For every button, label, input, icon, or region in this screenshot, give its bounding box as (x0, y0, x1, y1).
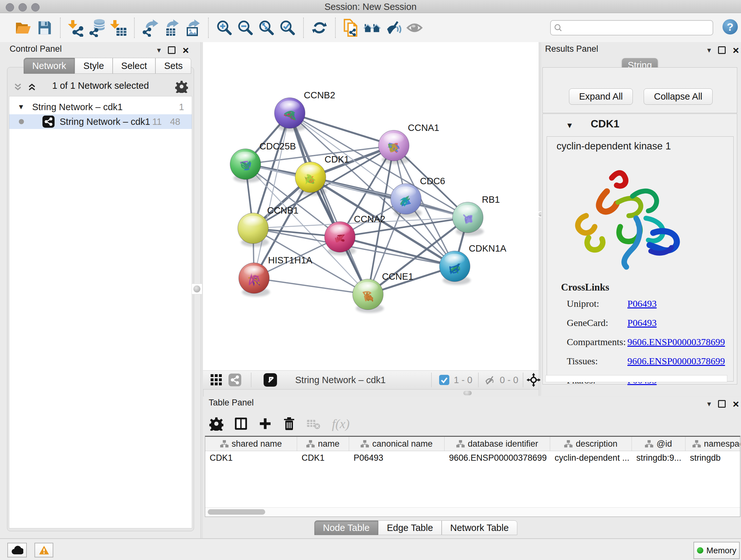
left-divider-handle[interactable] (192, 284, 202, 294)
network-node-CDK1[interactable] (295, 162, 327, 196)
network-node-CCNB2[interactable] (274, 98, 306, 132)
table-horizontal-scrollbar[interactable] (205, 507, 740, 516)
hidden-eye-slash-icon[interactable] (484, 374, 496, 386)
crosslink-link[interactable]: P06493 (627, 298, 657, 309)
table-cell[interactable]: CDK1 (297, 451, 349, 464)
network-collection-row[interactable]: ▼ String Network – cdk1 1 (9, 100, 192, 114)
zoom-out-button[interactable] (235, 17, 256, 38)
network-node-CCNB1[interactable] (238, 213, 269, 247)
open-session-button[interactable] (13, 17, 34, 38)
table-tab-network-table[interactable]: Network Table (442, 520, 517, 535)
search-input[interactable] (565, 22, 713, 34)
network-node-RB1[interactable] (453, 202, 484, 236)
column-header-description[interactable]: description (550, 437, 632, 451)
table-panel-maximize-button[interactable] (718, 400, 726, 408)
network-node-CCNE1[interactable] (353, 279, 384, 313)
network-edge-HIST1H1A-CCNE1[interactable] (254, 278, 368, 294)
results-panel-maximize-button[interactable] (718, 46, 726, 54)
table-cell[interactable]: 9606.ENSP00000378699 (445, 451, 550, 464)
network-node-CDKN1A[interactable] (440, 251, 471, 285)
results-panel-close-button[interactable]: × (733, 45, 739, 56)
control-tab-sets[interactable]: Sets (155, 58, 191, 74)
export-network-button[interactable] (140, 17, 161, 38)
table-cell[interactable]: stringdb (685, 451, 740, 464)
search-field[interactable] (550, 20, 713, 36)
table-cell[interactable]: P06493 (349, 451, 445, 464)
crosslink-link[interactable]: P06493 (627, 317, 657, 328)
network-graph[interactable]: CCNB2CCNA1CDC25BCDK1CDC6RB1CCNB1CCNA2CDK… (203, 42, 539, 370)
protein-expand-triangle[interactable]: ▼ (566, 121, 574, 130)
import-network-file-button[interactable] (66, 17, 87, 38)
control-panel-close-button[interactable]: × (183, 45, 189, 56)
network-node-CDC6[interactable] (391, 184, 422, 217)
string-document-button[interactable] (341, 17, 362, 38)
export-image-button[interactable] (182, 17, 203, 38)
crosslink-link[interactable]: 9606.ENSP00000378699 (627, 336, 725, 347)
network-edge-CCNB2-CCNE1[interactable] (290, 113, 368, 294)
help-button[interactable]: ? (723, 19, 738, 35)
collapse-all-button[interactable]: Collapse All (644, 88, 713, 105)
selected-checkbox-icon[interactable] (439, 375, 449, 385)
import-table-file-button[interactable] (108, 17, 129, 38)
refresh-view-button[interactable] (309, 17, 330, 38)
warnings-button[interactable] (35, 543, 53, 557)
hide-results-button[interactable] (383, 17, 404, 38)
results-panel-float-button[interactable]: ▾ (707, 46, 711, 54)
network-node-HIST1H1A[interactable] (239, 263, 270, 297)
control-tab-style[interactable]: Style (75, 58, 112, 74)
results-horizontal-scrollbar[interactable] (545, 375, 727, 382)
column-header-name[interactable]: name (297, 437, 349, 451)
reposition-crosshair-icon[interactable] (527, 373, 541, 387)
table-panel-float-button[interactable]: ▾ (707, 400, 711, 408)
column-header-canonical-name[interactable]: canonical name (349, 437, 445, 451)
export-table-button[interactable] (161, 17, 182, 38)
function-builder-button-disabled[interactable]: f(x) (332, 416, 350, 431)
homes-button[interactable] (362, 17, 383, 38)
control-panel-maximize-button[interactable] (168, 46, 176, 54)
table-panel-close-button[interactable]: × (733, 398, 739, 409)
network-edge-HIST1H1A-CCNB2[interactable] (254, 113, 290, 278)
table-options-gear-icon[interactable] (209, 417, 223, 431)
collection-expand-triangle[interactable]: ▼ (17, 103, 24, 111)
control-panel-float-button[interactable]: ▾ (157, 46, 161, 54)
network-node-CDC25B[interactable] (230, 149, 261, 183)
column-header-@id[interactable]: @id (632, 437, 685, 451)
memory-button[interactable]: Memory (693, 542, 740, 559)
network-node-CCNA2[interactable] (325, 222, 356, 255)
save-session-button[interactable] (34, 17, 55, 38)
delete-table-icon-disabled[interactable] (307, 417, 321, 430)
cloud-status-button[interactable] (7, 543, 27, 557)
table-cell[interactable]: stringdb:9... (632, 451, 685, 464)
table-cell[interactable]: cyclin-dependent ... (550, 451, 632, 464)
table-row[interactable]: CDK1CDK1P064939606.ENSP00000378699cyclin… (205, 451, 740, 464)
column-header-shared-name[interactable]: shared name (205, 437, 297, 451)
network-options-gear-icon[interactable] (175, 80, 188, 93)
zoom-fit-button[interactable] (256, 17, 277, 38)
scrollbar-thumb[interactable] (208, 509, 265, 515)
import-network-database-button[interactable] (87, 17, 108, 38)
open-view-in-window-icon[interactable] (264, 373, 277, 387)
network-row-selected[interactable]: String Network – cdk1 11 48 (9, 114, 192, 129)
network-node-CCNA1[interactable] (379, 130, 410, 164)
expand-all-button[interactable]: Expand All (569, 88, 633, 105)
table-tab-edge-table[interactable]: Edge Table (378, 520, 442, 535)
column-header-namespace[interactable]: namespace (685, 437, 740, 451)
zoom-selected-button[interactable] (277, 17, 298, 38)
table-cell[interactable]: CDK1 (205, 451, 297, 464)
column-header-database-identifier[interactable]: database identifier (445, 437, 550, 451)
birdseye-grid-icon[interactable] (211, 374, 222, 386)
table-tab-node-table[interactable]: Node Table (314, 520, 378, 535)
toolbar-separator (303, 17, 304, 38)
zoom-in-button[interactable] (214, 17, 235, 38)
delete-column-icon[interactable] (283, 417, 295, 431)
control-tab-network[interactable]: Network (23, 58, 75, 74)
horizontal-splitter-grip[interactable] (463, 391, 472, 395)
crosslink-link[interactable]: 9606.ENSP00000378699 (627, 356, 725, 366)
network-view-canvas[interactable]: CCNB2CCNA1CDC25BCDK1CDC6RB1CCNB1CCNA2CDK… (203, 42, 539, 370)
control-tab-select[interactable]: Select (113, 58, 156, 74)
add-column-icon[interactable] (259, 417, 272, 430)
show-view-button[interactable] (404, 17, 425, 38)
show-columns-icon[interactable] (234, 416, 248, 431)
network-type-icon[interactable] (228, 374, 241, 386)
network-edge-CCNB2-CCNA1[interactable] (290, 113, 394, 145)
